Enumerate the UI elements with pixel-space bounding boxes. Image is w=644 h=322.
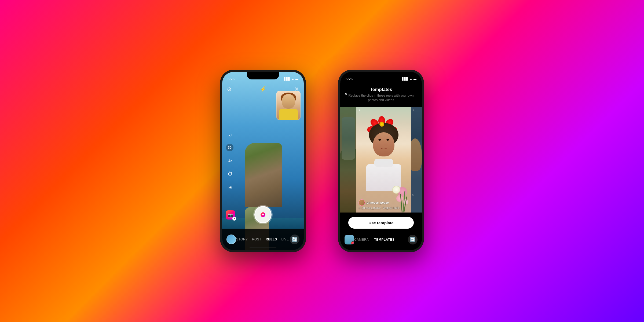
templates-header: × Templates Replace the clips in these r… xyxy=(340,84,422,105)
woman-video: ⏸ xyxy=(356,107,411,213)
time-display: 5:26 xyxy=(228,77,235,81)
video-strip: ⏸ princess_peace ♫ princess_peace · Orig… xyxy=(340,107,422,213)
cliffs-bg xyxy=(245,143,304,223)
templates-subtitle: Replace the clips in these reels with yo… xyxy=(346,93,416,103)
status-bar: 5:26 ▋▋▋ ▲ ▬ xyxy=(222,72,304,84)
bottom-nav-items: STORY POST REELS LIVE xyxy=(236,237,290,241)
video-info: princess_peace ♫ princess_peace · Origin… xyxy=(358,199,409,209)
video-card-main[interactable]: ⏸ princess_peace ♫ princess_peace · Orig… xyxy=(356,107,411,213)
flower-center xyxy=(379,122,384,127)
camera-bottom-nav: STORY POST REELS LIVE 🔄 xyxy=(222,229,304,250)
video-username: princess_peace xyxy=(367,201,389,204)
use-template-button[interactable]: Use template xyxy=(348,217,414,229)
nav-item-live[interactable]: LIVE xyxy=(281,237,289,241)
nav2-item-templates[interactable]: TEMPLATES xyxy=(374,238,394,241)
shutter-button[interactable]: ✚ xyxy=(254,206,272,223)
signal-icon-2: ▋▋▋ xyxy=(402,77,408,81)
nav-item-post[interactable]: POST xyxy=(252,237,261,241)
lightning-icon[interactable]: ⚡ xyxy=(260,86,266,92)
nav-item-reels[interactable]: REELS xyxy=(266,237,277,241)
reels-flip-button[interactable]: 🔄 xyxy=(408,235,418,244)
battery-icon: ▬ xyxy=(295,77,298,80)
camera-left-controls: ♫ 30 1× ⏱ ⊞ xyxy=(226,130,235,192)
phone-camera: 5:26 ▋▋▋ ▲ ▬ ⊙ ⚡ ✕ ♫ 30 1× ⏱ ⊞ 📷 ✕ xyxy=(220,70,306,252)
nav2-avatar[interactable]: + xyxy=(345,235,354,244)
status-icons: ▋▋▋ ▲ ▬ xyxy=(284,77,298,81)
nav2-avatar-badge: + xyxy=(351,241,354,244)
templates-title: Templates xyxy=(346,87,416,92)
right-video-audio-indicator: s xyxy=(412,193,414,196)
music-button[interactable]: ♫ xyxy=(226,130,235,139)
insta-btn-badge: ✕ xyxy=(232,217,236,221)
insta-btn-inner: 📷 ✕ xyxy=(226,210,235,219)
layout-button[interactable]: ⊞ xyxy=(226,183,235,192)
selfie-face xyxy=(282,94,295,109)
instagram-camera-button[interactable]: 📷 ✕ xyxy=(226,210,236,221)
right-panel-content: ⏸ s xyxy=(411,107,422,213)
bottom-nav2-items: CAMERA TEMPLATES xyxy=(354,238,408,241)
close-templates-button[interactable]: × xyxy=(345,91,348,97)
nav2-item-camera[interactable]: CAMERA xyxy=(354,238,369,241)
video-card-left[interactable] xyxy=(340,107,356,213)
signal-icon: ▋▋▋ xyxy=(284,77,290,81)
wifi-icon: ▲ xyxy=(291,77,294,80)
cliff1 xyxy=(245,143,282,207)
battery-icon-2: ▬ xyxy=(414,77,416,80)
pause-indicator: ⏸ xyxy=(358,109,361,112)
selfie-preview[interactable] xyxy=(276,91,301,120)
timer-30-button[interactable]: 30 xyxy=(226,144,233,151)
time-display-2: 5:26 xyxy=(346,77,353,81)
templates-bottom-nav: + CAMERA TEMPLATES 🔄 xyxy=(340,229,422,250)
phone-templates: 5:26 ▋▋▋ ▲ ▬ × Templates Replace the cli… xyxy=(338,70,424,252)
left-panel-content xyxy=(340,107,356,213)
shutter-inner: ✚ xyxy=(261,212,265,217)
wifi-icon-2: ▲ xyxy=(409,77,412,80)
status-icons-2: ▋▋▋ ▲ ▬ xyxy=(402,77,416,81)
nav-item-story[interactable]: STORY xyxy=(236,237,248,241)
video-audio: ♫ princess_peace · Original Audio xyxy=(358,206,409,209)
nav-avatar[interactable] xyxy=(226,235,236,244)
speed-button[interactable]: 1× xyxy=(226,156,235,165)
flip-camera-button[interactable]: 🔄 xyxy=(290,235,299,244)
video-user: princess_peace xyxy=(358,199,409,206)
video-card-right[interactable]: ⏸ s xyxy=(411,107,422,213)
countdown-button[interactable]: ⏱ xyxy=(226,170,235,178)
video-avatar xyxy=(358,199,365,206)
status-bar-2: 5:26 ▋▋▋ ▲ ▬ xyxy=(340,72,422,84)
selfie-body xyxy=(279,109,298,120)
music-note-icon: ♫ xyxy=(358,206,361,209)
sun-icon[interactable]: ⊙ xyxy=(227,86,232,92)
